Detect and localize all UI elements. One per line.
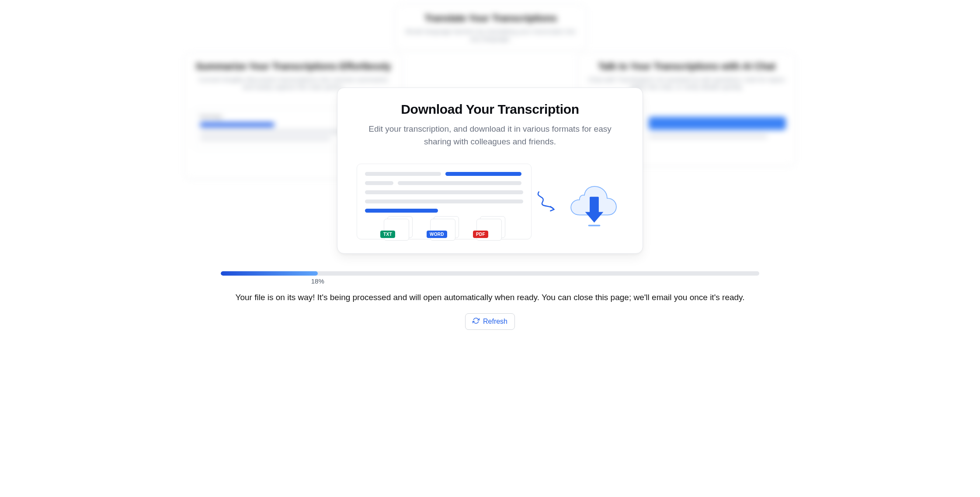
progress-fill — [221, 271, 318, 276]
format-txt: TXT — [382, 216, 414, 241]
refresh-button-label: Refresh — [483, 318, 507, 326]
progress-bar: 18% — [221, 271, 759, 276]
format-pdf-label: PDF — [473, 231, 488, 238]
cloud-download-icon — [562, 173, 623, 230]
refresh-icon — [473, 317, 480, 326]
bg-card-title: Translate Your Transcriptions — [405, 13, 577, 24]
card-subtitle: Edit your transcription, and download it… — [354, 123, 626, 148]
format-word-label: WORD — [427, 231, 447, 238]
svg-rect-2 — [588, 224, 601, 226]
format-chips: TXT WORD PDF — [357, 216, 531, 241]
document-preview: TXT WORD PDF — [357, 164, 532, 239]
status-message: Your file is on its way! It's being proc… — [215, 291, 765, 304]
progress-track — [221, 271, 759, 276]
format-txt-label: TXT — [380, 231, 395, 238]
format-pdf: PDF — [475, 216, 506, 241]
refresh-button[interactable]: Refresh — [465, 313, 515, 330]
squiggle-arrow-icon — [536, 187, 558, 216]
bg-card-title: Talk to Your Transcriptions with AI Chat — [587, 61, 786, 72]
card-illustration: TXT WORD PDF — [353, 159, 627, 243]
bg-card-desc: Break language barriers by translating y… — [405, 28, 577, 42]
download-card: Download Your Transcription Edit your tr… — [337, 88, 643, 254]
progress-percent-label: 18% — [311, 277, 324, 285]
format-word: WORD — [428, 216, 460, 241]
svg-marker-1 — [585, 212, 604, 222]
bg-card-title: Summarize Your Transcriptions Effortless… — [194, 61, 393, 72]
bg-card-translate: Translate Your Transcriptions Break lang… — [395, 4, 587, 51]
card-title: Download Your Transcription — [353, 102, 627, 117]
bg-chat-pill — [649, 117, 786, 130]
svg-rect-0 — [590, 196, 599, 212]
